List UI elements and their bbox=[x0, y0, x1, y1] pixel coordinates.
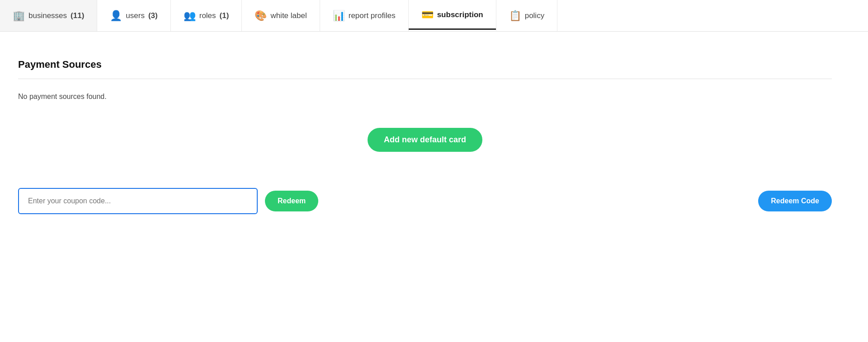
tab-bar: 🏢 businesses (11) 👤 users (3) 👥 roles (1… bbox=[0, 0, 868, 32]
tab-subscription-label: subscription bbox=[437, 10, 483, 19]
tab-policy[interactable]: 📋 policy bbox=[496, 0, 557, 31]
tab-businesses[interactable]: 🏢 businesses (11) bbox=[0, 0, 97, 31]
tab-businesses-label: businesses bbox=[28, 11, 67, 20]
main-content: Payment Sources No payment sources found… bbox=[0, 32, 850, 232]
section-divider bbox=[18, 79, 832, 79]
businesses-icon: 🏢 bbox=[13, 11, 25, 21]
tab-report-profiles-label: report profiles bbox=[349, 11, 396, 20]
payment-sources-title: Payment Sources bbox=[18, 59, 832, 70]
white-label-icon: 🎨 bbox=[255, 11, 267, 21]
tab-policy-label: policy bbox=[525, 11, 544, 20]
tab-white-label[interactable]: 🎨 white label bbox=[242, 0, 320, 31]
add-new-default-card-button[interactable]: Add new default card bbox=[368, 128, 482, 152]
no-payment-text: No payment sources found. bbox=[18, 93, 832, 101]
redeem-button[interactable]: Redeem bbox=[265, 191, 318, 211]
subscription-icon: 💳 bbox=[421, 10, 434, 20]
report-profiles-icon: 📊 bbox=[333, 11, 345, 21]
tab-users-count: (3) bbox=[148, 11, 158, 20]
coupon-code-input[interactable] bbox=[18, 188, 258, 214]
tab-roles-label: roles bbox=[199, 11, 216, 20]
tab-roles-count: (1) bbox=[220, 11, 229, 20]
tab-roles[interactable]: 👥 roles (1) bbox=[171, 0, 242, 31]
roles-icon: 👥 bbox=[184, 11, 196, 21]
tab-businesses-count: (11) bbox=[71, 11, 84, 20]
add-card-container: Add new default card bbox=[18, 128, 832, 152]
tab-users[interactable]: 👤 users (3) bbox=[97, 0, 170, 31]
redeem-code-button[interactable]: Redeem Code bbox=[758, 191, 832, 211]
tab-white-label-label: white label bbox=[270, 11, 307, 20]
tab-subscription[interactable]: 💳 subscription bbox=[409, 0, 496, 31]
policy-icon: 📋 bbox=[509, 11, 521, 21]
tab-report-profiles[interactable]: 📊 report profiles bbox=[320, 0, 409, 31]
tab-users-label: users bbox=[126, 11, 145, 20]
coupon-section: Redeem Redeem Code bbox=[18, 188, 832, 214]
users-icon: 👤 bbox=[110, 11, 122, 21]
